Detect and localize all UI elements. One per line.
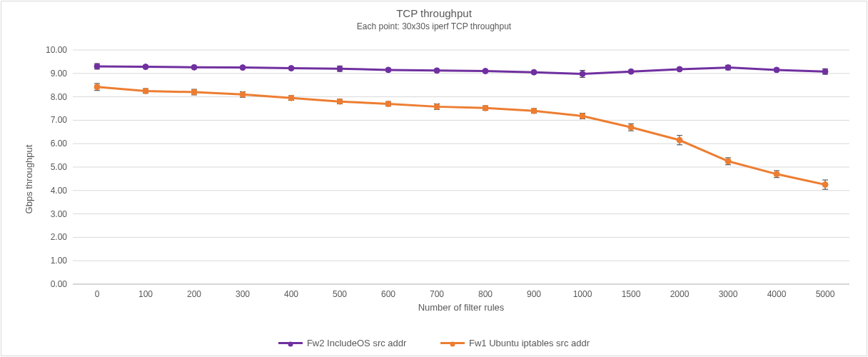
svg-point-127: [531, 108, 537, 114]
svg-text:600: 600: [381, 289, 395, 299]
svg-text:1500: 1500: [622, 289, 641, 299]
legend-swatch-a: .legend .item:nth-child(1) .swatch::afte…: [278, 342, 303, 344]
svg-text:9.00: 9.00: [51, 69, 68, 79]
svg-text:4.00: 4.00: [51, 186, 68, 196]
svg-point-109: [434, 68, 440, 74]
svg-point-130: [677, 137, 682, 143]
svg-point-133: [822, 182, 828, 188]
svg-point-120: [191, 89, 197, 95]
svg-text:8.00: 8.00: [51, 92, 68, 102]
svg-text:400: 400: [284, 289, 298, 299]
svg-point-114: [677, 66, 682, 72]
svg-point-104: [191, 64, 197, 70]
legend-swatch-b: .legend .item:nth-child(2) .swatch::afte…: [440, 342, 465, 344]
svg-point-117: [822, 69, 828, 74]
legend-item-b: .legend .item:nth-child(2) .swatch::afte…: [440, 338, 590, 348]
svg-point-119: [143, 88, 148, 94]
svg-point-132: [774, 171, 779, 177]
svg-text:5000: 5000: [816, 289, 835, 299]
svg-point-107: [337, 66, 343, 71]
svg-text:100: 100: [138, 289, 153, 299]
x-axis-title: Number of filter rules: [73, 302, 849, 313]
svg-point-111: [531, 69, 537, 75]
svg-text:2000: 2000: [670, 289, 690, 299]
svg-text:900: 900: [527, 289, 541, 299]
chart-title: TCP throughput: [1, 1, 867, 20]
svg-point-131: [725, 159, 731, 164]
svg-text:0.00: 0.00: [51, 279, 68, 289]
legend-label-b: Fw1 Ubuntu iptables src addr: [469, 338, 590, 348]
svg-text:7.00: 7.00: [51, 115, 68, 125]
svg-point-106: [288, 66, 294, 71]
svg-point-113: [628, 69, 634, 74]
svg-text:800: 800: [478, 289, 493, 299]
svg-point-103: [143, 64, 148, 70]
svg-point-129: [628, 124, 634, 130]
svg-text:3.00: 3.00: [51, 209, 68, 219]
svg-point-105: [240, 65, 246, 71]
svg-point-126: [483, 105, 488, 111]
svg-point-118: [94, 84, 100, 90]
legend-item-a: .legend .item:nth-child(1) .swatch::afte…: [278, 338, 406, 348]
svg-text:3000: 3000: [719, 289, 738, 299]
svg-point-124: [385, 101, 391, 106]
svg-point-116: [774, 67, 779, 73]
svg-point-102: [94, 64, 100, 69]
chart-subtitle: Each point: 30x30s iperf TCP throughput: [1, 20, 867, 31]
svg-point-122: [288, 95, 294, 101]
svg-text:700: 700: [430, 289, 444, 299]
svg-text:5.00: 5.00: [51, 162, 68, 172]
svg-text:10.00: 10.00: [46, 45, 67, 55]
svg-point-125: [434, 104, 440, 109]
chart-frame: TCP throughput Each point: 30x30s iperf …: [1, 1, 867, 356]
legend-label-a: Fw2 IncludeOS src addr: [307, 338, 406, 348]
svg-point-110: [483, 69, 488, 74]
plot-wrap: Gbps throughput 0.001.002.003.004.005.00…: [23, 41, 857, 317]
svg-text:4000: 4000: [767, 289, 787, 299]
svg-text:0: 0: [95, 289, 100, 299]
plot-area: 0.001.002.003.004.005.006.007.008.009.00…: [73, 50, 849, 284]
svg-text:6.00: 6.00: [51, 139, 68, 149]
plot-svg: 0.001.002.003.004.005.006.007.008.009.00…: [73, 50, 849, 284]
svg-text:500: 500: [333, 289, 347, 299]
svg-point-108: [385, 67, 391, 73]
svg-text:1.00: 1.00: [51, 256, 68, 266]
svg-text:300: 300: [236, 289, 250, 299]
svg-text:2.00: 2.00: [51, 232, 68, 242]
legend: .legend .item:nth-child(1) .swatch::afte…: [1, 336, 867, 348]
svg-point-128: [580, 113, 585, 119]
svg-point-123: [337, 99, 343, 104]
svg-point-112: [580, 71, 585, 76]
y-axis-title: Gbps throughput: [24, 145, 34, 214]
svg-point-121: [240, 91, 246, 97]
svg-text:1000: 1000: [573, 289, 592, 299]
svg-text:200: 200: [187, 289, 201, 299]
svg-point-115: [725, 65, 731, 71]
